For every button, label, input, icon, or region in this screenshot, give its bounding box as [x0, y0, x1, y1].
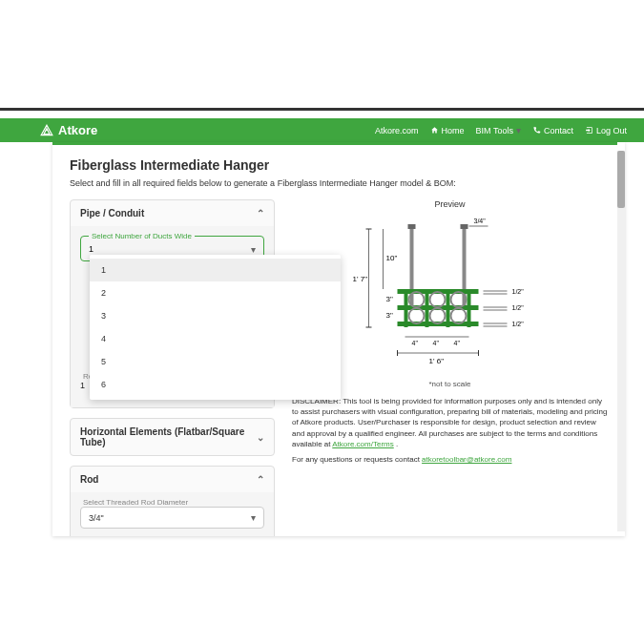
svg-rect-16: [467, 289, 471, 327]
svg-rect-13: [405, 289, 408, 327]
top-nav: Atkore Atkore.com Home BIM Tools▾ Contac…: [0, 118, 644, 142]
page-title: Fiberglass Intermediate Hanger: [70, 157, 608, 173]
svg-rect-15: [447, 289, 450, 327]
svg-point-8: [430, 292, 446, 307]
nav-links: Atkore.com Home BIM Tools▾ Contact Log O…: [375, 125, 627, 135]
brand-text: Atkore: [58, 123, 97, 137]
chevron-down-icon: ⌄: [257, 432, 264, 443]
svg-rect-2: [408, 224, 416, 229]
disclaimer-text: DISCLAIMER: This tool is being provided …: [292, 396, 608, 449]
home-icon: [430, 126, 439, 135]
svg-rect-14: [426, 289, 429, 327]
svg-text:10": 10": [386, 254, 398, 262]
nav-bim[interactable]: BIM Tools▾: [476, 125, 521, 135]
svg-text:3": 3": [386, 311, 393, 320]
logo-icon: [40, 124, 53, 137]
chevron-down-icon: ▾: [251, 512, 256, 523]
dropdown-option-4[interactable]: 4: [90, 327, 341, 350]
form-column: Pipe / Conduit ⌃ Select Number of Ducts …: [70, 199, 275, 536]
brand-logo[interactable]: Atkore: [40, 123, 97, 137]
rod-panel: Rod ⌃ Select Threaded Rod Diameter 3/4" …: [70, 466, 275, 536]
dropdown-option-3[interactable]: 3: [90, 304, 341, 327]
contact-text: For any questions or requests contact at…: [292, 455, 608, 464]
nav-site[interactable]: Atkore.com: [375, 126, 419, 135]
svg-point-10: [409, 308, 425, 323]
card-top-accent: [52, 142, 617, 145]
black-header-bar: [0, 108, 644, 111]
scrollbar-thumb[interactable]: [617, 151, 625, 208]
page-scrollbar[interactable]: [617, 151, 625, 531]
chevron-down-icon: ▾: [251, 244, 256, 255]
terms-link[interactable]: Atkore.com/Terms: [332, 440, 393, 448]
svg-text:1' 7": 1' 7": [353, 275, 368, 283]
pipe-conduit-panel: Pipe / Conduit ⌃ Select Number of Ducts …: [70, 199, 275, 408]
svg-point-11: [430, 308, 446, 323]
logout-icon: [585, 126, 593, 135]
nav-home[interactable]: Home: [430, 126, 465, 135]
dropdown-option-5[interactable]: 5: [90, 350, 341, 373]
preview-title: Preview: [292, 199, 608, 209]
dropdown-option-1[interactable]: 1: [90, 259, 341, 281]
content-card: Fiberglass Intermediate Hanger Select an…: [52, 142, 625, 536]
svg-text:4": 4": [433, 340, 440, 346]
svg-text:3": 3": [386, 295, 393, 303]
pipe-panel-header[interactable]: Pipe / Conduit ⌃: [71, 200, 274, 226]
dropdown-option-2[interactable]: 2: [90, 281, 341, 304]
chevron-down-icon: ▾: [516, 125, 521, 135]
chevron-up-icon: ⌃: [257, 474, 264, 485]
chevron-up-icon: ⌃: [257, 208, 264, 218]
nav-logout[interactable]: Log Out: [585, 126, 627, 135]
phone-icon: [532, 126, 541, 135]
svg-rect-3: [461, 224, 468, 229]
svg-text:1/2": 1/2": [512, 304, 525, 311]
svg-text:4": 4": [412, 340, 419, 346]
svg-text:1/2": 1/2": [512, 288, 525, 295]
rod-panel-header[interactable]: Rod ⌃: [71, 467, 274, 492]
rod-diameter-select[interactable]: 3/4" ▾: [80, 507, 264, 529]
horizontal-panel-header[interactable]: Horizontal Elements (Flatbar/Square Tube…: [71, 419, 274, 455]
nav-contact[interactable]: Contact: [532, 126, 573, 135]
horizontal-elements-panel: Horizontal Elements (Flatbar/Square Tube…: [70, 418, 275, 456]
svg-point-12: [451, 308, 467, 323]
svg-text:3/4": 3/4": [474, 218, 487, 224]
svg-text:1' 6": 1' 6": [429, 357, 445, 365]
contact-email-link[interactable]: atkoretoolbar@atkore.com: [422, 455, 511, 464]
page-description: Select and fill in all required fields b…: [70, 178, 608, 188]
ducts-wide-dropdown: 1 2 3 4 5 6: [90, 255, 341, 400]
dropdown-option-6[interactable]: 6: [90, 373, 341, 396]
svg-text:4": 4": [454, 340, 461, 346]
svg-text:1/2": 1/2": [512, 321, 525, 327]
